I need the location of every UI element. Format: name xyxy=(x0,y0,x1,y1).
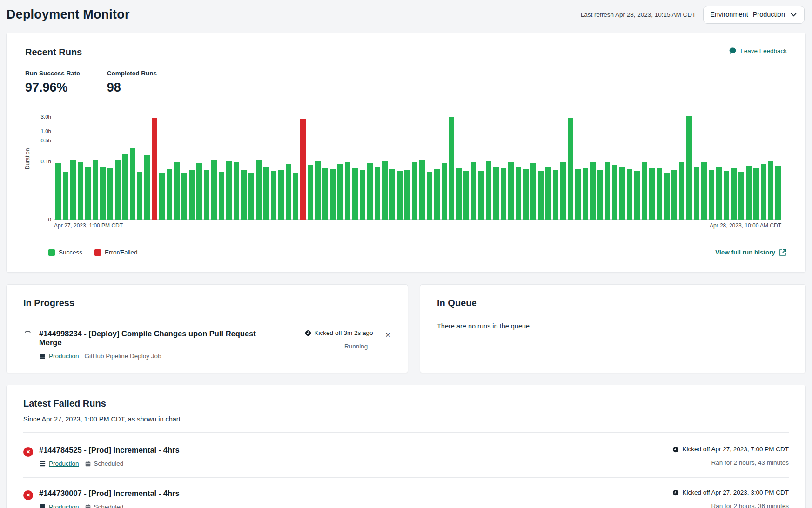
success-run-bar[interactable] xyxy=(189,170,195,220)
success-run-bar[interactable] xyxy=(226,161,232,220)
success-run-bar[interactable] xyxy=(286,164,291,220)
failed-run-environment-link[interactable]: Production xyxy=(49,460,79,467)
success-run-bar[interactable] xyxy=(397,171,403,220)
success-run-bar[interactable] xyxy=(263,167,269,220)
success-run-bar[interactable] xyxy=(174,162,180,220)
success-run-bar[interactable] xyxy=(367,163,373,220)
success-run-bar[interactable] xyxy=(167,169,172,220)
success-run-bar[interactable] xyxy=(293,173,299,220)
failed-run-bar[interactable] xyxy=(152,118,157,220)
in-progress-environment-link[interactable]: Production xyxy=(49,353,79,360)
failed-run-environment-link[interactable]: Production xyxy=(49,503,79,508)
success-run-bar[interactable] xyxy=(471,162,476,220)
success-run-bar[interactable] xyxy=(634,171,640,220)
success-run-bar[interactable] xyxy=(330,169,336,220)
success-run-bar[interactable] xyxy=(516,167,521,220)
success-run-bar[interactable] xyxy=(731,168,737,220)
success-run-bar[interactable] xyxy=(649,168,655,220)
success-run-bar[interactable] xyxy=(196,163,202,220)
success-run-bar[interactable] xyxy=(508,162,514,220)
success-run-bar[interactable] xyxy=(382,161,388,220)
success-run-bar[interactable] xyxy=(278,170,284,220)
success-run-bar[interactable] xyxy=(93,160,98,220)
success-run-bar[interactable] xyxy=(597,170,603,220)
success-run-bar[interactable] xyxy=(545,167,551,220)
success-run-bar[interactable] xyxy=(352,168,358,220)
success-run-bar[interactable] xyxy=(412,162,417,220)
success-run-bar[interactable] xyxy=(345,162,350,220)
success-run-bar[interactable] xyxy=(642,162,647,220)
success-run-bar[interactable] xyxy=(204,170,209,220)
success-run-bar[interactable] xyxy=(664,173,670,220)
success-run-bar[interactable] xyxy=(219,172,224,220)
success-run-bar[interactable] xyxy=(738,172,744,220)
success-run-bar[interactable] xyxy=(694,167,699,220)
failed-run-bar[interactable] xyxy=(300,119,306,220)
success-run-bar[interactable] xyxy=(523,169,529,220)
success-run-bar[interactable] xyxy=(456,168,462,220)
success-run-bar[interactable] xyxy=(241,170,247,220)
success-run-bar[interactable] xyxy=(130,148,135,220)
success-run-bar[interactable] xyxy=(100,167,106,220)
success-run-bar[interactable] xyxy=(159,173,165,220)
success-run-bar[interactable] xyxy=(605,162,611,220)
success-run-bar[interactable] xyxy=(612,165,617,220)
success-run-bar[interactable] xyxy=(442,163,447,220)
success-run-bar[interactable] xyxy=(434,169,440,220)
success-run-bar[interactable] xyxy=(211,160,217,220)
success-run-bar[interactable] xyxy=(716,167,722,220)
success-run-bar[interactable] xyxy=(530,163,536,220)
success-run-bar[interactable] xyxy=(78,162,83,220)
success-run-bar[interactable] xyxy=(761,164,766,220)
success-run-bar[interactable] xyxy=(375,167,380,220)
success-run-bar[interactable] xyxy=(560,162,566,220)
success-run-bar[interactable] xyxy=(553,170,558,220)
success-run-bar[interactable] xyxy=(337,164,343,220)
success-run-bar[interactable] xyxy=(322,168,328,220)
success-run-bar[interactable] xyxy=(746,166,752,220)
success-run-bar[interactable] xyxy=(144,155,150,220)
success-run-bar[interactable] xyxy=(427,172,432,220)
success-run-bar[interactable] xyxy=(107,168,113,220)
environment-dropdown[interactable]: Environment Production xyxy=(703,6,805,24)
success-run-bar[interactable] xyxy=(590,162,596,220)
success-run-bar[interactable] xyxy=(701,162,707,220)
success-run-bar[interactable] xyxy=(115,160,121,220)
chart-bars[interactable] xyxy=(55,114,781,220)
success-run-bar[interactable] xyxy=(619,167,625,220)
success-run-bar[interactable] xyxy=(122,154,128,220)
success-run-bar[interactable] xyxy=(478,171,484,220)
success-run-bar[interactable] xyxy=(679,162,684,220)
success-run-bar[interactable] xyxy=(404,170,410,220)
success-run-bar[interactable] xyxy=(583,168,588,220)
success-run-bar[interactable] xyxy=(463,171,469,220)
success-run-bar[interactable] xyxy=(85,167,91,220)
success-run-bar[interactable] xyxy=(538,171,544,220)
success-run-bar[interactable] xyxy=(248,173,254,220)
success-run-bar[interactable] xyxy=(575,169,581,220)
success-run-bar[interactable] xyxy=(315,161,321,220)
success-run-bar[interactable] xyxy=(256,160,262,220)
success-run-bar[interactable] xyxy=(686,116,692,220)
success-run-bar[interactable] xyxy=(181,173,187,220)
close-icon[interactable]: ✕ xyxy=(385,329,391,339)
success-run-bar[interactable] xyxy=(63,172,68,220)
success-run-bar[interactable] xyxy=(308,165,313,220)
success-run-bar[interactable] xyxy=(724,171,729,220)
success-run-bar[interactable] xyxy=(657,168,662,220)
success-run-bar[interactable] xyxy=(389,169,395,220)
view-full-run-history-link[interactable]: View full run history xyxy=(715,248,787,256)
success-run-bar[interactable] xyxy=(271,171,276,220)
success-run-bar[interactable] xyxy=(671,170,677,220)
success-run-bar[interactable] xyxy=(768,161,774,220)
success-run-bar[interactable] xyxy=(568,118,573,220)
success-run-bar[interactable] xyxy=(234,162,239,220)
success-run-bar[interactable] xyxy=(70,160,76,220)
success-run-bar[interactable] xyxy=(753,168,759,220)
success-run-bar[interactable] xyxy=(419,160,425,220)
success-run-bar[interactable] xyxy=(775,166,781,220)
success-run-bar[interactable] xyxy=(55,163,61,220)
success-run-bar[interactable] xyxy=(137,172,142,220)
success-run-bar[interactable] xyxy=(360,170,365,220)
success-run-bar[interactable] xyxy=(486,161,491,220)
